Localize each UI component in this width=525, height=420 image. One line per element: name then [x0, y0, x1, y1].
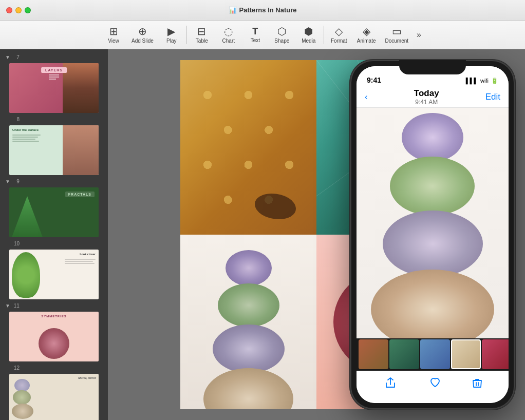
document-icon: ▭: [392, 26, 402, 36]
iphone-notch: [399, 60, 466, 74]
slide-group-9: ▼ 9 FRACTALS: [3, 178, 105, 238]
slide-group-header-7: ▼ 7: [3, 53, 105, 61]
main-area: ▼ 7 LAYERS 8: [0, 49, 525, 420]
urchin-mid-top: [218, 283, 279, 327]
iphone-urchin-mid-top: [390, 157, 475, 216]
thumbnail-3[interactable]: [420, 339, 450, 369]
status-time: 9:41: [367, 76, 381, 84]
iphone-urchin-bottom: [371, 270, 494, 338]
view-icon: ⊞: [109, 26, 118, 36]
toolbar-document[interactable]: ▭ Document: [381, 24, 413, 46]
close-button[interactable]: [6, 7, 12, 13]
nav-edit-button[interactable]: Edit: [485, 92, 500, 102]
slide-thumb-8[interactable]: Under the surface: [9, 125, 99, 176]
slide-group-8: 8 Under the surface: [3, 116, 105, 176]
iphone-thumbnail-strip: [357, 338, 509, 371]
group-arrow-9: ▼: [5, 179, 10, 184]
slide-number-12: 12: [12, 365, 20, 371]
nav-back-button[interactable]: ‹: [365, 92, 368, 102]
slide9-title-text: FRACTALS: [65, 192, 95, 197]
iphone-urchin-top: [402, 113, 463, 162]
iphone-screen-inner: 9:41 ▌▌▌ wifi 🔋 ‹: [357, 66, 509, 403]
toolbar-add-slide[interactable]: ⊕ Add Slide: [127, 24, 158, 46]
toolbar: ⊞ View ⊕ Add Slide ▶ Play ⊟ Table ◌ Char…: [0, 21, 525, 49]
chart-label: Chart: [222, 38, 235, 44]
toolbar-play[interactable]: ▶ Play: [159, 24, 184, 46]
urchin-bottom: [203, 368, 293, 409]
iphone-frame: 9:41 ▌▌▌ wifi 🔋 ‹: [350, 60, 515, 409]
title-bar: 📊 Patterns In Nature: [0, 0, 525, 21]
slide-thumb-9[interactable]: FRACTALS: [9, 187, 99, 238]
toolbar-shape[interactable]: ⬡ Shape: [269, 24, 295, 46]
thumbnail-2[interactable]: [389, 339, 419, 369]
toolbar-view[interactable]: ⊞ View: [101, 24, 126, 46]
slide-group-header-10: 10: [3, 240, 105, 247]
nav-title-today: Today: [414, 88, 439, 99]
thumbnail-1[interactable]: [359, 339, 388, 369]
slide-group-11: ▼ 11 SYMMETRIES: [3, 302, 105, 362]
urchin-top: [226, 250, 272, 286]
iphone-screen: 9:41 ▌▌▌ wifi 🔋 ‹: [357, 66, 509, 403]
slide-number-11: 11: [12, 303, 20, 309]
toolbar-text[interactable]: T Text: [242, 24, 268, 46]
urchin-mid: [213, 324, 285, 373]
slide-group-header-11: ▼ 11: [3, 302, 105, 310]
view-label: View: [108, 38, 119, 44]
share-button[interactable]: [382, 375, 399, 394]
format-label: Format: [331, 38, 347, 44]
play-icon: ▶: [167, 26, 175, 36]
table-icon: ⊟: [197, 26, 206, 36]
iphone-urchin-mid: [383, 211, 483, 277]
slide7-title-text: LAYERS: [41, 67, 67, 73]
slide-group-12: 12 Mirror, mirror: [3, 364, 105, 420]
delete-button[interactable]: [472, 377, 483, 392]
slide-number-7: 7: [12, 54, 20, 60]
iphone-home-indicator: [402, 404, 463, 406]
minimize-button[interactable]: [15, 7, 22, 13]
toolbar-media[interactable]: ⬢ Media: [296, 24, 322, 46]
iphone-bottom-toolbar: [357, 371, 509, 403]
honeycomb-pattern: [180, 60, 316, 235]
toolbar-table[interactable]: ⊟ Table: [189, 24, 215, 46]
text-icon: T: [252, 27, 258, 36]
text-label: Text: [251, 37, 260, 43]
toolbar-separator-1: [186, 26, 187, 44]
maximize-button[interactable]: [25, 7, 31, 13]
slide-thumb-10[interactable]: Look closer: [9, 249, 99, 300]
toolbar-more-button[interactable]: »: [414, 28, 424, 42]
iphone-main-photo: [357, 108, 509, 338]
slide-group-header-12: 12: [3, 364, 105, 372]
nav-subtitle-time: 9:41 AM: [414, 99, 439, 106]
wifi-icon: wifi: [480, 78, 489, 84]
shape-icon: ⬡: [277, 26, 286, 36]
canvas-area: 9:41 ▌▌▌ wifi 🔋 ‹: [108, 49, 525, 420]
format-icon: ◇: [335, 26, 343, 36]
canvas-cell-urchin-stack: [180, 235, 316, 409]
thumbnail-4-active[interactable]: [451, 339, 481, 369]
toolbar-format[interactable]: ◇ Format: [326, 24, 352, 46]
canvas-cell-bee: [180, 60, 316, 235]
chart-icon: ◌: [224, 26, 233, 36]
slide-thumb-7[interactable]: LAYERS: [9, 63, 99, 113]
add-slide-icon: ⊕: [138, 26, 147, 36]
slide-number-8: 8: [12, 117, 20, 122]
battery-icon: 🔋: [491, 78, 498, 84]
heart-button[interactable]: [429, 377, 441, 392]
slide-thumb-12[interactable]: Mirror, mirror: [9, 373, 99, 420]
urchin-stack-visual: [202, 250, 295, 409]
iphone-nav-bar: ‹ Today 9:41 AM Edit: [357, 87, 509, 108]
slide-number-10: 10: [12, 241, 20, 246]
thumbnail-5[interactable]: [482, 339, 509, 369]
toolbar-animate[interactable]: ◈ Animate: [353, 24, 380, 46]
slide-thumb-11[interactable]: SYMMETRIES: [9, 311, 99, 362]
slide12-title-text: Mirror, mirror: [78, 376, 96, 379]
media-label: Media: [302, 38, 315, 44]
toolbar-chart[interactable]: ◌ Chart: [216, 24, 241, 46]
play-label: Play: [166, 38, 176, 44]
slide-panel: ▼ 7 LAYERS 8: [0, 49, 108, 420]
slide8-title-text: Under the surface: [12, 128, 39, 131]
slide-number-9: 9: [12, 179, 20, 184]
toolbar-separator-2: [324, 26, 324, 44]
status-icons: ▌▌▌ wifi 🔋: [466, 78, 498, 84]
back-chevron-icon: ‹: [365, 92, 368, 102]
